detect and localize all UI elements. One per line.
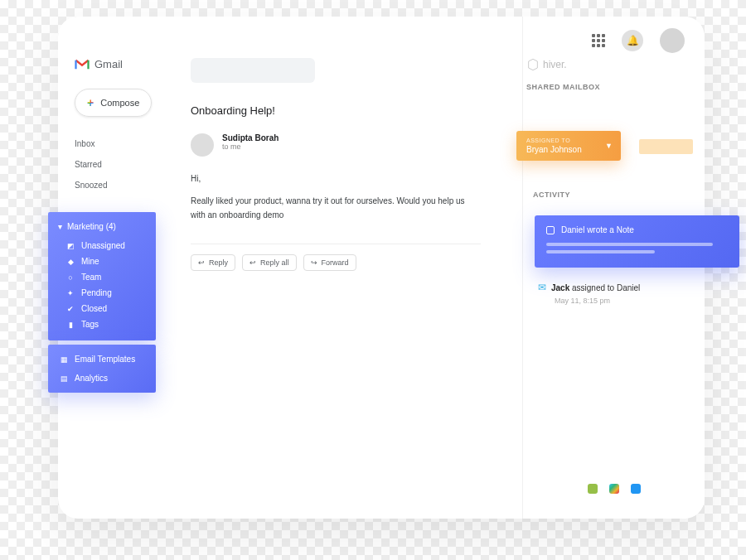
activity-action: assigned to Daniel — [569, 283, 640, 292]
plus-icon: + — [87, 96, 94, 109]
note-text: Daniel wrote a Note — [561, 225, 634, 234]
marketing-header[interactable]: ▾ Marketing (4) — [48, 220, 156, 238]
marketing-item-closed[interactable]: ✔Closed — [48, 301, 156, 316]
forward-icon: ↪ — [311, 258, 317, 267]
analytics-icon: ▤ — [60, 374, 68, 383]
body-greeting: Hi, — [191, 171, 481, 186]
extras-panel: ▦Email Templates ▤Analytics — [48, 345, 156, 393]
marketing-item-tags[interactable]: ▮Tags — [48, 316, 156, 332]
extras-item-analytics[interactable]: ▤Analytics — [48, 369, 156, 388]
team-icon: ○ — [66, 273, 75, 282]
activity-time: May 11, 8:15 pm — [555, 297, 640, 305]
email-subject: Onboarding Help! — [191, 104, 506, 117]
gmail-logo: Gmail — [75, 58, 153, 70]
note-card[interactable]: Daniel wrote a Note — [535, 215, 739, 268]
sender-avatar — [191, 133, 214, 157]
marketing-item-team[interactable]: ○Team — [48, 269, 156, 285]
pending-icon: ✦ — [66, 289, 75, 297]
unassigned-icon: ◩ — [66, 242, 75, 250]
compose-label: Compose — [100, 98, 139, 108]
body-content: Really liked your product, wanna try it … — [191, 194, 481, 222]
note-icon — [546, 226, 555, 234]
integration-slack-icon[interactable] — [609, 484, 619, 494]
tags-icon: ▮ — [66, 321, 75, 329]
reply-icon: ↩ — [198, 258, 205, 267]
chevron-down-icon: ▾ — [58, 222, 62, 231]
hiver-brand-text: hiver. — [543, 59, 567, 70]
activity-item: ✉ Jack assigned to Daniel May 11, 8:15 p… — [538, 282, 640, 305]
status-pill[interactable] — [639, 139, 693, 154]
sidebar-item-inbox[interactable]: Inbox — [75, 133, 153, 154]
template-icon: ▦ — [60, 355, 68, 364]
search-input[interactable] — [191, 58, 315, 83]
compose-button[interactable]: + Compose — [75, 89, 152, 117]
extras-item-email-templates[interactable]: ▦Email Templates — [48, 350, 156, 369]
inbox-icon: ✉ — [538, 282, 546, 293]
marketing-label: Marketing (4) — [67, 222, 116, 231]
mine-icon: ◆ — [66, 258, 75, 266]
assigned-to-caption: ASSIGNED TO — [526, 138, 588, 143]
integration-shopify-icon[interactable] — [588, 484, 598, 494]
chevron-down-icon: ▼ — [605, 142, 613, 150]
assigned-to-dropdown[interactable]: ASSIGNED TO Bryan Johnson ▼ — [516, 131, 621, 161]
divider — [191, 244, 481, 244]
marketing-panel: ▾ Marketing (4) ◩Unassigned ◆Mine ○Team … — [48, 212, 156, 340]
marketing-item-mine[interactable]: ◆Mine — [48, 253, 156, 269]
assigned-to-value: Bryan Johnson — [526, 145, 588, 154]
sender-recipient: to me — [222, 142, 279, 151]
reply-all-button[interactable]: ↩Reply all — [242, 254, 297, 271]
shared-mailbox-label: SHARED MAILBOX — [526, 83, 691, 91]
reply-button[interactable]: ↩Reply — [191, 254, 235, 271]
forward-button[interactable]: ↪Forward — [303, 254, 356, 271]
reply-all-icon: ↩ — [249, 258, 256, 267]
marketing-item-pending[interactable]: ✦Pending — [48, 285, 156, 301]
integration-other-icon[interactable] — [631, 484, 641, 494]
sender-name: Sudipta Borah — [222, 133, 279, 142]
closed-icon: ✔ — [66, 305, 75, 313]
sidebar-item-starred[interactable]: Starred — [75, 154, 153, 175]
marketing-item-unassigned[interactable]: ◩Unassigned — [48, 238, 156, 253]
sidebar-item-snoozed[interactable]: Snoozed — [75, 175, 153, 196]
note-preview-lines — [546, 243, 728, 253]
activity-label: ACTIVITY — [533, 191, 695, 199]
hiver-logo: hiver. — [526, 58, 691, 71]
activity-actor: Jack — [551, 283, 569, 292]
gmail-brand-text: Gmail — [94, 58, 123, 70]
